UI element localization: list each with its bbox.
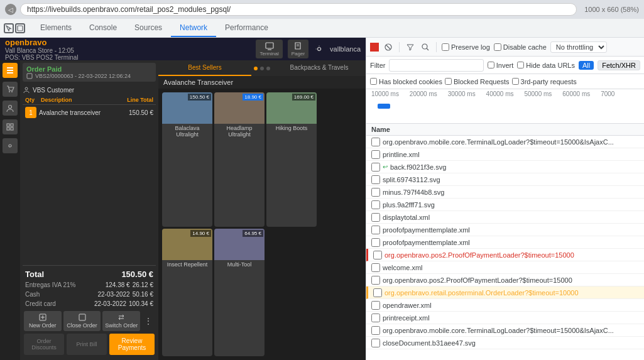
terminal-btn[interactable]: Terminal	[256, 40, 282, 58]
item-checkbox-6[interactable]	[371, 213, 380, 222]
pos-body: Order Paid VBS2/0000063 - 22-03-2022 12:…	[0, 60, 366, 360]
order-discounts-btn[interactable]: Order Discounts	[24, 334, 64, 355]
print-bill-btn[interactable]: Print Bill	[67, 334, 107, 355]
item-checkbox-10[interactable]	[371, 263, 380, 272]
item-checkbox-12[interactable]	[373, 288, 382, 297]
item-checkbox-16[interactable]	[371, 339, 380, 347]
item-name-10: welcome.xml	[383, 264, 639, 271]
filter-label: Filter	[370, 62, 385, 69]
tab-performance[interactable]: Performance	[216, 19, 277, 37]
network-item-10[interactable]: welcome.xml	[366, 261, 644, 274]
review-payments-btn[interactable]: Review Payments	[109, 334, 155, 355]
network-item-12[interactable]: org.openbravo.retail.posterminal.OrderLo…	[366, 286, 644, 299]
item-checkbox-3[interactable]	[371, 175, 380, 184]
item-name-3: split.69743112.svg	[383, 176, 639, 183]
sidebar-settings-icon[interactable]	[3, 138, 18, 153]
item-checkbox-9[interactable]	[373, 251, 382, 259]
item-checkbox-4[interactable]	[371, 188, 380, 197]
order-item[interactable]: 1 Avalanche transceiver 150.50 €	[23, 105, 156, 120]
disable-cache-checkbox[interactable]: Disable cache	[494, 43, 547, 51]
close-order-btn[interactable]: Close Order	[63, 311, 101, 331]
product-card-headlamp[interactable]: 18.90 € Headlamp Ultralight	[214, 92, 265, 227]
network-item-3[interactable]: split.69743112.svg	[366, 173, 644, 186]
item-checkbox-1[interactable]	[371, 150, 380, 159]
network-item-4[interactable]: minus.797f44b8.svg	[366, 186, 644, 199]
item-checkbox-5[interactable]	[371, 200, 380, 209]
network-item-5[interactable]: plus.9a2fff71.svg	[366, 199, 644, 211]
device-icon[interactable]	[15, 23, 25, 33]
switch-order-btn[interactable]: Switch Order	[102, 311, 140, 331]
product-card-hiking-boots[interactable]: 169.00 € Hiking Boots	[266, 92, 317, 227]
svg-point-10	[11, 91, 13, 92]
tl-label-3: 30000 ms	[448, 90, 486, 97]
preserve-log-checkbox[interactable]: Preserve log	[442, 43, 490, 51]
sidebar-cart-icon[interactable]	[3, 82, 18, 97]
sidebar-orders-icon[interactable]	[3, 63, 18, 78]
network-item-7[interactable]: proofofpaymenttemplate.xml	[366, 224, 644, 236]
network-item-0[interactable]: org.openbravo.mobile.core.TerminalLogLoa…	[366, 136, 644, 148]
item-name-1: printline.xml	[383, 151, 639, 158]
order-panel: Order Paid VBS2/0000063 - 22-03-2022 12:…	[20, 60, 158, 360]
pos-logo: openbravo	[5, 38, 79, 47]
network-list-header: Name	[366, 124, 644, 136]
third-party-checkbox[interactable]: 3rd-party requests	[512, 78, 577, 85]
network-item-6[interactable]: displaytotal.xml	[366, 211, 644, 224]
network-item-11[interactable]: org.openbravo.pos2.ProofOfPaymentLoader?…	[366, 274, 644, 286]
new-order-btn[interactable]: New Order	[24, 311, 62, 331]
tab-sources[interactable]: Sources	[126, 19, 171, 37]
devtools-tab-bar: Elements Console Sources Network Perform…	[0, 19, 644, 38]
network-item-9[interactable]: org.openbravo.pos2.ProofOfPaymentLoader?…	[366, 249, 644, 261]
network-item-8[interactable]: proofofpaymenttemplate.xml	[366, 236, 644, 249]
pager-btn[interactable]: Pager	[288, 40, 308, 58]
settings-icon[interactable]	[314, 43, 325, 55]
order-customer: VBS Customer	[23, 84, 156, 95]
network-request-list[interactable]: org.openbravo.mobile.core.TerminalLogLoa…	[366, 136, 644, 360]
item-checkbox-11[interactable]	[371, 276, 380, 285]
svg-rect-7	[7, 70, 13, 71]
tab-network[interactable]: Network	[171, 19, 216, 37]
sidebar-customers-icon[interactable]	[3, 101, 18, 116]
tab-elements[interactable]: Elements	[31, 19, 80, 37]
network-item-13[interactable]: opendrawer.xml	[366, 299, 644, 312]
clear-button[interactable]	[383, 41, 394, 53]
item-checkbox-13[interactable]	[371, 301, 380, 310]
all-filter-button[interactable]: All	[579, 61, 594, 70]
svg-line-26	[427, 48, 428, 50]
item-checkbox-14[interactable]	[371, 314, 380, 322]
blocked-cookies-checkbox[interactable]: Has blocked cookies	[370, 78, 442, 85]
filter-input[interactable]	[392, 62, 480, 69]
product-card-balaclava[interactable]: 150.50 € Balaclava Ultralight	[162, 92, 212, 227]
item-checkbox-15[interactable]	[371, 326, 380, 335]
invert-checkbox[interactable]: Invert	[488, 62, 514, 69]
network-item-2[interactable]: ↩ back.f9021f3e.svg	[366, 161, 644, 173]
tab-best-sellers[interactable]: Best Sellers	[158, 60, 251, 76]
fetch-xhr-button[interactable]: Fetch/XHR	[598, 60, 640, 70]
item-checkbox-0[interactable]	[371, 138, 380, 146]
inspect-icon[interactable]	[4, 23, 14, 33]
browser-back-icon[interactable]: ◁	[5, 4, 16, 15]
item-checkbox-2[interactable]	[371, 163, 380, 172]
blocked-requests-checkbox[interactable]: Blocked Requests	[445, 78, 510, 85]
item-checkbox-8[interactable]	[371, 238, 380, 247]
timeline-chart	[371, 99, 639, 121]
url-bar[interactable]	[20, 3, 577, 16]
product-card-multi-tool[interactable]: 64.95 € Multi-Tool	[214, 229, 265, 357]
svg-rect-1	[266, 43, 273, 48]
tab-backpacks[interactable]: Backpacks & Travels	[273, 60, 366, 76]
tl-label-1: 10000 ms	[371, 90, 410, 97]
filter-button[interactable]	[405, 41, 416, 53]
network-item-16[interactable]: closeDocument.b31aee47.svg	[366, 337, 644, 349]
network-item-1[interactable]: printline.xml	[366, 148, 644, 161]
hide-data-urls-checkbox[interactable]: Hide data URLs	[517, 62, 575, 69]
svg-rect-22	[79, 314, 85, 320]
network-item-14[interactable]: printreceipt.xml	[366, 312, 644, 324]
throttling-select[interactable]: No throttling	[550, 41, 607, 53]
sidebar-products-icon[interactable]	[3, 119, 18, 134]
more-actions-btn[interactable]: ⋮	[142, 311, 155, 331]
record-button[interactable]	[370, 43, 379, 52]
tab-console[interactable]: Console	[80, 19, 126, 37]
item-checkbox-7[interactable]	[371, 226, 380, 234]
product-card-insect-repellent[interactable]: 14.90 € Insect Repellent	[162, 229, 212, 357]
network-item-15[interactable]: org.openbravo.mobile.core.TerminalLogLoa…	[366, 324, 644, 337]
search-button[interactable]	[420, 41, 431, 53]
